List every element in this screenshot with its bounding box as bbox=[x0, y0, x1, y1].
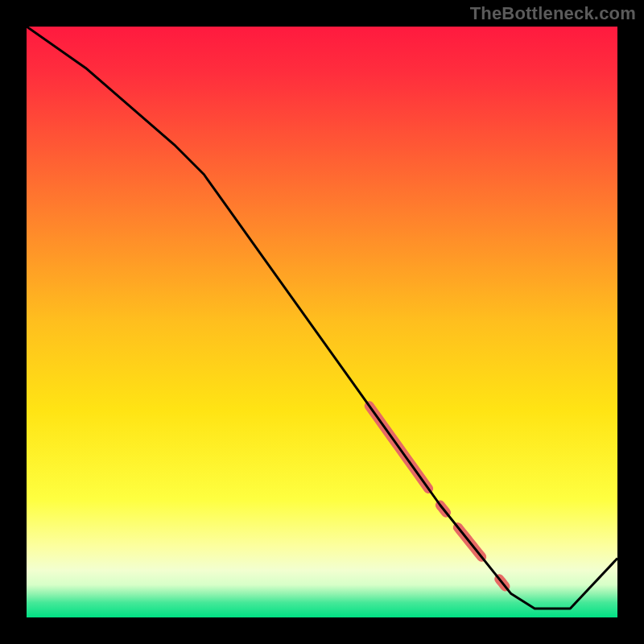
chart-svg bbox=[27, 27, 617, 617]
chart-plot-area bbox=[27, 27, 617, 617]
chart-container: TheBottleneck.com bbox=[0, 0, 644, 644]
gradient-background bbox=[27, 27, 617, 617]
watermark-text: TheBottleneck.com bbox=[470, 3, 636, 24]
